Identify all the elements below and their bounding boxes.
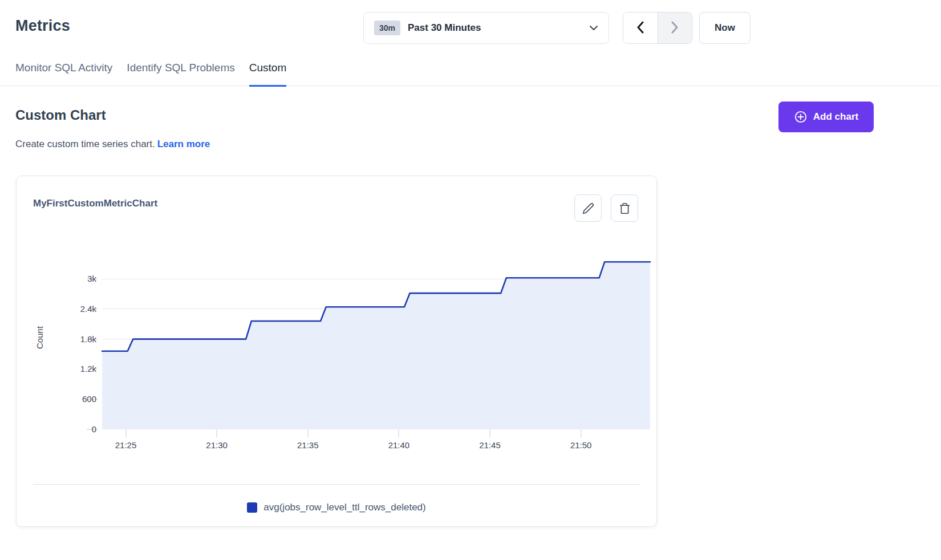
learn-more-link[interactable]: Learn more bbox=[157, 139, 210, 149]
metrics-tabs: Monitor SQL Activity Identify SQL Proble… bbox=[0, 57, 941, 86]
now-button[interactable]: Now bbox=[699, 12, 751, 44]
time-range-badge: 30m bbox=[374, 21, 400, 35]
chart-legend: avg(jobs_row_level_ttl_rows_deleted) bbox=[17, 499, 656, 516]
time-pager bbox=[623, 12, 692, 44]
time-range-label: Past 30 Minutes bbox=[408, 22, 481, 34]
svg-text:2.4k: 2.4k bbox=[80, 304, 97, 314]
legend-swatch bbox=[247, 502, 257, 513]
add-chart-label: Add chart bbox=[813, 111, 858, 123]
chart-card-actions bbox=[574, 194, 638, 222]
svg-text:21:40: 21:40 bbox=[388, 440, 410, 450]
svg-text:3k: 3k bbox=[87, 274, 96, 283]
chevron-left-icon bbox=[636, 21, 644, 35]
svg-text:0: 0 bbox=[92, 424, 96, 434]
plus-circle-icon bbox=[794, 110, 808, 124]
tab-identify-sql-problems[interactable]: Identify SQL Problems bbox=[127, 57, 234, 87]
x-axis-ticks: 21:2521:3021:3521:4021:4521:50 bbox=[115, 429, 592, 450]
delete-chart-button[interactable] bbox=[611, 194, 638, 222]
tab-custom[interactable]: Custom bbox=[249, 57, 286, 87]
tab-monitor-sql-activity[interactable]: Monitor SQL Activity bbox=[15, 57, 112, 87]
series-area bbox=[102, 262, 650, 429]
chart-card: MyFirstCustomMetricChart 06001.2k1.8k2.4… bbox=[16, 176, 657, 527]
metrics-page: Metrics 30m Past 30 Minutes Now Monitor … bbox=[0, 0, 941, 560]
edit-chart-button[interactable] bbox=[574, 194, 602, 222]
section-description-text: Create custom time series chart. bbox=[15, 139, 155, 149]
y-axis-title: Count bbox=[35, 326, 44, 349]
chevron-right-icon bbox=[671, 21, 679, 35]
section-title: Custom Chart bbox=[15, 107, 106, 123]
section-description: Create custom time series chart.Learn mo… bbox=[15, 139, 210, 150]
chart-title: MyFirstCustomMetricChart bbox=[33, 198, 157, 209]
custom-chart-svg: 06001.2k1.8k2.4k3k21:2521:3021:3521:4021… bbox=[17, 233, 658, 461]
svg-text:21:30: 21:30 bbox=[206, 440, 228, 450]
chevron-down-icon bbox=[589, 25, 598, 31]
time-forward-button[interactable] bbox=[658, 13, 692, 43]
pencil-icon bbox=[582, 202, 594, 214]
trash-icon bbox=[619, 202, 631, 214]
svg-text:21:25: 21:25 bbox=[115, 440, 137, 450]
svg-text:21:45: 21:45 bbox=[479, 440, 501, 450]
legend-label: avg(jobs_row_level_ttl_rows_deleted) bbox=[263, 502, 425, 513]
svg-text:21:35: 21:35 bbox=[297, 440, 319, 450]
svg-text:21:50: 21:50 bbox=[570, 440, 592, 450]
page-title: Metrics bbox=[15, 17, 70, 35]
svg-text:600: 600 bbox=[82, 394, 96, 404]
add-chart-button[interactable]: Add chart bbox=[778, 102, 874, 132]
legend-divider bbox=[33, 484, 640, 485]
y-axis-ticks: 06001.2k1.8k2.4k3k bbox=[80, 274, 97, 434]
time-back-button[interactable] bbox=[623, 13, 658, 43]
svg-text:1.8k: 1.8k bbox=[80, 334, 97, 344]
svg-text:1.2k: 1.2k bbox=[80, 364, 97, 374]
time-range-select[interactable]: 30m Past 30 Minutes bbox=[363, 12, 609, 44]
